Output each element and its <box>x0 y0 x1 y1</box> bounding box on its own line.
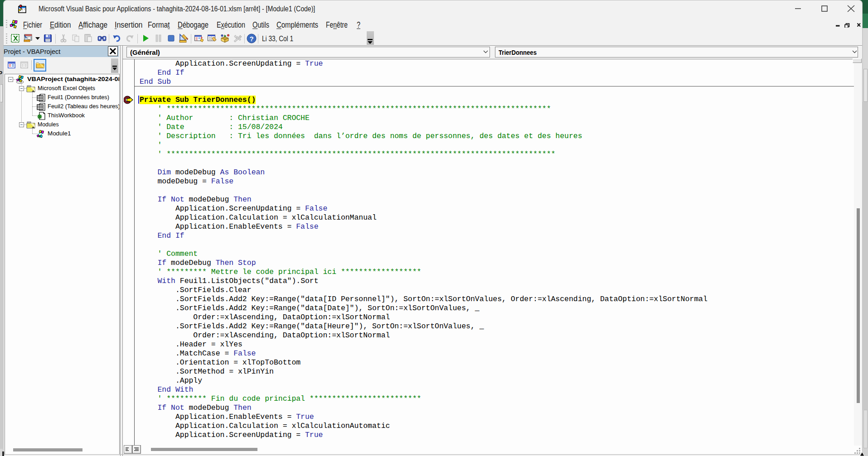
svg-text:?: ? <box>249 35 253 43</box>
